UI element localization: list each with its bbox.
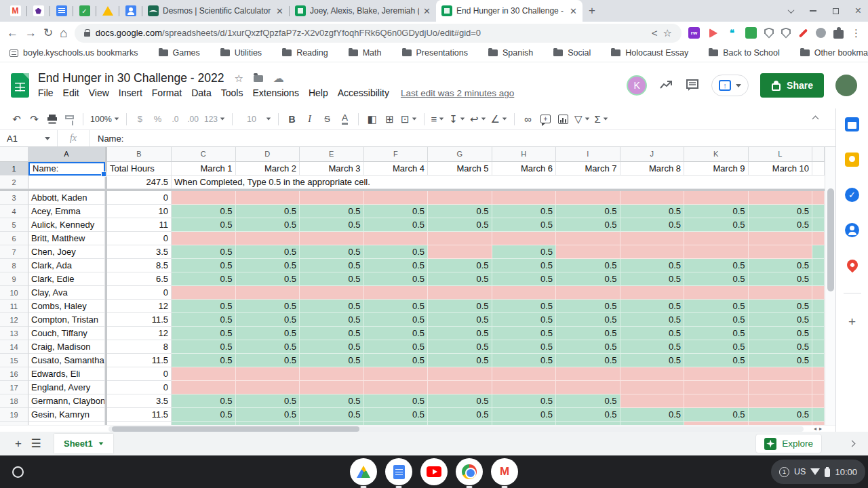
strikethrough-button[interactable]: S	[319, 110, 336, 128]
screencastify-extension-icon[interactable]	[707, 27, 719, 39]
contacts-icon[interactable]	[845, 223, 859, 237]
cell-r5-march5[interactable]: 0.5	[428, 218, 492, 232]
cell-r13-march2[interactable]: 0.5	[236, 327, 300, 340]
insert-comment-icon[interactable]: +	[537, 110, 554, 128]
cell-march-header-7[interactable]: March 7	[556, 162, 620, 176]
font-size-select[interactable]: 10	[237, 110, 273, 128]
cell-r17-march10[interactable]	[749, 381, 813, 394]
cell-r15-march10[interactable]: 0.5	[749, 354, 813, 367]
cell-march-header-4[interactable]: March 4	[364, 162, 429, 176]
cell-r15-march5[interactable]: 0.5	[428, 354, 492, 367]
cell-march-header-5[interactable]: March 5	[428, 162, 492, 176]
column-header-e[interactable]: E	[300, 147, 364, 162]
cell-r19-march4[interactable]: 0.5	[364, 408, 429, 422]
lock-icon[interactable]	[84, 32, 90, 37]
tab-close-icon[interactable]: ✕	[570, 6, 577, 16]
cell-r13-march1[interactable]: 0.5	[172, 327, 236, 340]
cell-r19-march2[interactable]: 0.5	[236, 408, 300, 422]
cell-r6-march10[interactable]	[749, 232, 813, 245]
cell-r14-march3[interactable]: 0.5	[300, 340, 364, 354]
increase-decimal-button[interactable]: .00	[184, 110, 201, 128]
cell-r6-march6[interactable]	[492, 232, 557, 245]
cell-r5-march10[interactable]: 0.5	[749, 218, 813, 232]
cell-r11-march8[interactable]: 0.5	[620, 300, 685, 313]
format-percent-button[interactable]: %	[149, 110, 166, 128]
cell-march-header-2[interactable]: March 2	[236, 162, 300, 176]
row-header-2[interactable]: 2	[0, 176, 28, 189]
cell-name-5[interactable]: Aulick, Kennedy	[28, 218, 105, 232]
cell-r14-m-sliver[interactable]	[812, 340, 825, 354]
column-header-d[interactable]: D	[236, 147, 300, 162]
cell-r15-march4[interactable]: 0.5	[364, 354, 429, 367]
column-header-k[interactable]: K	[684, 147, 749, 162]
cell-r5-march8[interactable]: 0.5	[620, 218, 685, 232]
cell-r18-march7[interactable]: 0.5	[556, 394, 620, 408]
row-header-8[interactable]: 8	[0, 259, 28, 272]
home-icon[interactable]: ⌂	[60, 26, 67, 39]
cell-r17-march4[interactable]	[364, 381, 429, 394]
cell-r7-march4[interactable]: 0.5	[364, 245, 429, 259]
cell-c2-note[interactable]: When Completed, Type 0.5 in the appropri…	[172, 176, 825, 189]
menu-edit[interactable]: Edit	[58, 86, 84, 100]
cell-name-7[interactable]: Chen, Joey	[28, 245, 105, 259]
vertical-scrollbar[interactable]	[825, 147, 835, 425]
pinned-tab-drive[interactable]	[96, 0, 119, 22]
cell-r6-march1[interactable]	[172, 232, 236, 245]
cell-total-18[interactable]: 3.5	[107, 394, 172, 408]
cell-total-19[interactable]: 11.5	[107, 408, 172, 422]
cell-r4-march9[interactable]: 0.5	[684, 205, 749, 218]
cell-r16-m-sliver[interactable]	[812, 367, 825, 381]
cell-r9-march3[interactable]: 0.5	[300, 272, 364, 286]
zoom-select[interactable]: 100%	[88, 110, 121, 128]
cell-r12-march3[interactable]: 0.5	[300, 313, 364, 327]
cell-march-header-6[interactable]: March 6	[492, 162, 557, 176]
cell-r12-march9[interactable]: 0.5	[684, 313, 749, 327]
row-header-12[interactable]: 12	[0, 313, 28, 327]
cell-r4-march3[interactable]: 0.5	[300, 205, 364, 218]
cell-r18-march9[interactable]	[684, 394, 749, 408]
name-box-caret-icon[interactable]	[45, 137, 50, 140]
cell-b2-total[interactable]: 247.5	[107, 176, 172, 189]
cell-r17-march3[interactable]	[300, 381, 364, 394]
cell-r16-march7[interactable]	[556, 367, 620, 381]
menu-help[interactable]: Help	[304, 86, 333, 100]
maps-icon[interactable]	[844, 258, 860, 273]
cell-r17-march2[interactable]	[236, 381, 300, 394]
row-header-14[interactable]: 14	[0, 340, 28, 354]
column-header-b[interactable]: B	[107, 147, 172, 162]
cell-r9-march2[interactable]: 0.5	[236, 272, 300, 286]
bookmark-social[interactable]: Social	[553, 48, 591, 58]
cell-r18-m-sliver[interactable]	[812, 394, 825, 408]
cell-name-19[interactable]: Gesin, Kamryn	[28, 408, 105, 422]
row-header-9[interactable]: 9	[0, 272, 28, 286]
cell-r10-march3[interactable]	[300, 286, 364, 300]
cell-r7-m-sliver[interactable]	[812, 245, 825, 259]
row-header-4[interactable]: 4	[0, 205, 28, 218]
back-icon[interactable]: ←	[7, 27, 18, 39]
cell-r17-march6[interactable]	[492, 381, 557, 394]
cell-m1-sliver[interactable]	[812, 162, 825, 176]
all-sheets-icon[interactable]: ☰	[27, 435, 45, 453]
move-folder-icon[interactable]	[254, 75, 263, 82]
cell-total-7[interactable]: 3.5	[107, 245, 172, 259]
cell-total-5[interactable]: 11	[107, 218, 172, 232]
cell-r8-march8[interactable]: 0.5	[620, 259, 685, 272]
cell-r17-march8[interactable]	[620, 381, 685, 394]
column-header-m-sliver[interactable]	[812, 147, 825, 162]
cell-r13-march10[interactable]: 0.5	[749, 327, 813, 340]
bookmark-star-icon[interactable]: ☆	[663, 27, 672, 39]
row-header-11[interactable]: 11	[0, 300, 28, 313]
cell-r7-march9[interactable]	[684, 245, 749, 259]
cell-r6-march5[interactable]	[428, 232, 492, 245]
bookmark-games[interactable]: Games	[159, 48, 200, 58]
cell-b1[interactable]: Total Hours	[107, 162, 172, 176]
name-box[interactable]: A1	[0, 134, 57, 144]
cell-r11-march7[interactable]: 0.5	[556, 300, 620, 313]
shelf-app-chrome[interactable]	[456, 458, 483, 485]
tab-search-icon[interactable]	[787, 7, 794, 14]
cell-r11-march4[interactable]: 0.5	[364, 300, 429, 313]
shelf-app-gmail[interactable]: M	[491, 458, 518, 485]
cell-r17-march5[interactable]	[428, 381, 492, 394]
cell-r10-march5[interactable]	[428, 286, 492, 300]
cell-r15-march2[interactable]: 0.5	[236, 354, 300, 367]
